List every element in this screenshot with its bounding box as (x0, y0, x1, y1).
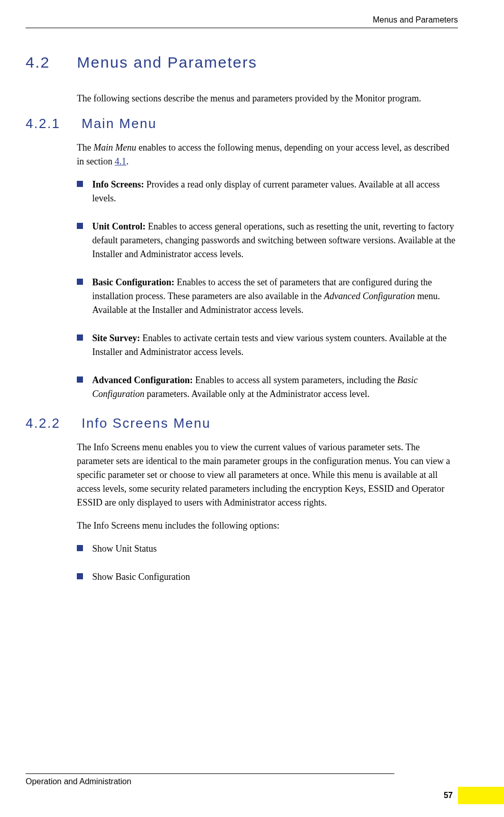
footer-left-text: Operation and Administration (26, 777, 458, 786)
bullet-label: Basic Configuration: (92, 277, 175, 287)
main-menu-bullet-list: Info Screens: Provides a read only displ… (77, 178, 458, 401)
list-item: Site Survey: Enables to activate certain… (77, 331, 458, 359)
list-item: Show Basic Configuration (77, 570, 458, 584)
section-title: Main Menu (81, 116, 157, 132)
header-rule (26, 28, 458, 28)
page-number-box: 57 (444, 787, 458, 804)
list-item: Info Screens: Provides a read only displ… (77, 178, 458, 205)
bullet-text: Enables to activate certain tests and vi… (92, 333, 447, 357)
page-tab-marker (458, 787, 504, 804)
text-italic: Main Menu (93, 142, 136, 153)
bullet-text: Provides a read only display of current … (92, 179, 440, 203)
section-4-2-1-heading: 4.2.1 Main Menu (26, 116, 458, 132)
list-item: Unit Control: Enables to access general … (77, 220, 458, 261)
section-title: Info Screens Menu (81, 415, 211, 431)
bullet-label: Unit Control: (92, 221, 145, 232)
bullet-label: Site Survey: (92, 333, 140, 343)
section-4-2-2-heading: 4.2.2 Info Screens Menu (26, 415, 458, 431)
section-4-2-2-para2: The Info Screens menu includes the follo… (77, 519, 458, 533)
text: The (77, 142, 93, 153)
section-4-2-2-para1: The Info Screens menu enables you to vie… (77, 441, 458, 510)
bullet-text: Enables to access all system parameters,… (193, 375, 397, 385)
section-4-2-heading: 4.2 Menus and Parameters (26, 54, 458, 71)
section-4-2-1-intro: The Main Menu enables to access the foll… (77, 141, 458, 169)
footer-rule (26, 773, 394, 774)
section-number: 4.2 (26, 54, 72, 71)
section-number: 4.2.1 (26, 116, 77, 132)
list-item: Show Unit Status (77, 542, 458, 556)
cross-ref-link[interactable]: 4.1 (115, 156, 127, 166)
text-italic: Advanced Configuration (324, 291, 415, 301)
list-item: Advanced Configuration: Enables to acces… (77, 373, 458, 401)
header-section-label: Menus and Parameters (26, 15, 458, 28)
bullet-label: Info Screens: (92, 179, 144, 190)
bullet-label: Advanced Configuration: (92, 375, 193, 385)
bullet-text: parameters. Available only at the Admini… (144, 389, 370, 399)
info-screens-bullet-list: Show Unit Status Show Basic Configuratio… (77, 542, 458, 584)
list-item: Basic Configuration: Enables to access t… (77, 276, 458, 317)
page-footer: Operation and Administration (26, 773, 458, 786)
bullet-text: Enables to access general operations, su… (92, 221, 455, 259)
page-number: 57 (444, 791, 458, 800)
section-number: 4.2.2 (26, 415, 77, 431)
text: . (127, 156, 129, 166)
section-4-2-intro: The following sections describe the menu… (77, 92, 458, 106)
section-title: Menus and Parameters (77, 54, 257, 71)
